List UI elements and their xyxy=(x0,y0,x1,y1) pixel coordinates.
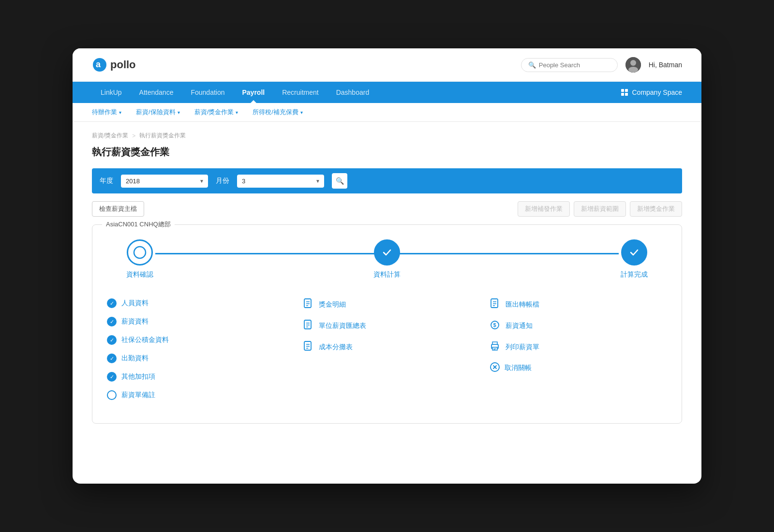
item-personnel[interactable]: ✓ 人員資料 xyxy=(107,298,284,308)
avatar xyxy=(625,57,641,73)
nav-item-payroll[interactable]: Payroll xyxy=(234,82,274,103)
main-nav: LinkUp Attendance Foundation Payroll Rec… xyxy=(73,82,701,103)
item-cost-allocation[interactable]: 成本分攤表 xyxy=(303,341,471,354)
payroll-card: AsiaCN001 CNHQ總部 資料確認 xyxy=(92,224,682,424)
svg-point-4 xyxy=(628,67,638,73)
svg-text:a: a xyxy=(96,59,101,69)
sub-nav-tax[interactable]: 所得稅/補充保費 ▾ xyxy=(253,108,303,117)
breadcrumb-separator: > xyxy=(132,133,135,139)
chevron-down-icon: ▾ xyxy=(119,110,121,115)
item-cost-allocation-label: 成本分攤表 xyxy=(319,343,353,352)
check-filled-icon: ✓ xyxy=(107,298,117,308)
breadcrumb-parent[interactable]: 薪資/獎金作業 xyxy=(92,132,128,140)
check-filled-icon: ✓ xyxy=(107,354,117,363)
item-other-items-label: 其他加扣項 xyxy=(121,372,155,381)
nav-item-recruitment[interactable]: Recruitment xyxy=(273,82,327,103)
sub-nav-pending[interactable]: 待辦作業 ▾ xyxy=(92,108,121,117)
col-data-calc: 獎金明細 單位薪資匯總表 xyxy=(294,298,480,409)
nav-items: LinkUp Attendance Foundation Payroll Rec… xyxy=(92,82,378,103)
search-box[interactable]: 🔍 xyxy=(521,58,618,72)
user-greeting: Hi, Batman xyxy=(649,61,682,69)
check-filled-icon: ✓ xyxy=(107,317,117,326)
sub-nav-salary-insurance[interactable]: 薪資/保險資料 ▾ xyxy=(136,108,180,117)
col-data-confirm: ✓ 人員資料 ✓ 薪資資料 ✓ 社保公積金資料 ✓ 出勤資料 xyxy=(107,298,294,409)
company-space-button[interactable]: Company Space xyxy=(621,84,682,101)
content-area: 薪資/獎金作業 > 執行薪資獎金作業 執行薪資獎金作業 年度 2018 2017… xyxy=(73,122,701,433)
doc-icon xyxy=(303,298,314,311)
item-unit-salary-summary[interactable]: 單位薪資匯總表 xyxy=(303,320,471,332)
month-select-wrapper[interactable]: 3 1 2 xyxy=(237,175,324,188)
content-grid: ✓ 人員資料 ✓ 薪資資料 ✓ 社保公積金資料 ✓ 出勤資料 xyxy=(107,298,667,409)
item-salary-notice[interactable]: $ 薪資通知 xyxy=(490,320,667,332)
svg-point-6 xyxy=(380,246,394,259)
month-select[interactable]: 3 1 2 xyxy=(237,175,324,188)
item-bonus-detail-label: 獎金明細 xyxy=(319,300,346,309)
header-right: 🔍 Hi, Batman xyxy=(521,57,682,73)
sub-nav: 待辦作業 ▾ 薪資/保險資料 ▾ 薪資/獎金作業 ▾ 所得稅/補充保費 ▾ xyxy=(73,103,701,122)
logo-text: pollo xyxy=(110,59,136,71)
chevron-down-icon: ▾ xyxy=(178,110,180,115)
app-window: a pollo 🔍 Hi, Batman LinkUp Attendance xyxy=(73,48,701,484)
step-data-calc: 資料計算 xyxy=(373,239,401,279)
svg-rect-8 xyxy=(304,299,311,308)
item-attendance[interactable]: ✓ 出勤資料 xyxy=(107,354,284,363)
doc-icon xyxy=(490,298,501,311)
nav-item-dashboard[interactable]: Dashboard xyxy=(327,82,378,103)
card-title: AsiaCN001 CNHQ總部 xyxy=(102,220,175,229)
step-data-confirm: 資料確認 xyxy=(126,239,153,279)
svg-rect-20 xyxy=(491,299,498,308)
filter-search-button[interactable]: 🔍 xyxy=(332,173,347,189)
item-unit-salary-summary-label: 單位薪資匯總表 xyxy=(319,322,366,330)
add-bonus-button: 新增獎金作業 xyxy=(630,201,682,217)
svg-point-7 xyxy=(627,246,641,259)
year-select-wrapper[interactable]: 2018 2017 2019 xyxy=(121,175,208,188)
item-print-payslip-label: 列印薪資單 xyxy=(506,343,539,352)
add-payroll-view-button: 新增薪資範圍 xyxy=(574,201,626,217)
search-input[interactable] xyxy=(539,61,610,69)
step-circle-1 xyxy=(127,239,153,266)
logo[interactable]: a pollo xyxy=(92,57,136,73)
add-payslip-button: 新增補發作業 xyxy=(518,201,570,217)
item-salary-label: 薪資資料 xyxy=(121,317,149,326)
filter-bar: 年度 2018 2017 2019 月份 3 1 2 🔍 xyxy=(92,168,682,193)
step-calc-done: 計算完成 xyxy=(621,239,648,279)
check-payroll-button[interactable]: 檢查薪資主檔 xyxy=(92,201,144,217)
breadcrumb-current: 執行薪資獎金作業 xyxy=(139,132,186,140)
svg-point-5 xyxy=(134,247,146,258)
item-attendance-label: 出勤資料 xyxy=(121,354,149,363)
x-circle-icon xyxy=(490,362,500,374)
breadcrumb: 薪資/獎金作業 > 執行薪資獎金作業 xyxy=(92,132,682,140)
search-icon: 🔍 xyxy=(528,61,536,69)
grid-icon xyxy=(621,89,628,96)
svg-point-3 xyxy=(630,60,636,66)
item-cancel-close[interactable]: 取消關帳 xyxy=(490,362,667,374)
step-label-2: 資料計算 xyxy=(373,270,401,279)
item-other-items[interactable]: ✓ 其他加扣項 xyxy=(107,372,284,382)
logo-icon: a xyxy=(92,57,107,73)
item-cancel-close-label: 取消關帳 xyxy=(505,364,532,372)
svg-rect-27 xyxy=(492,342,497,344)
item-personnel-label: 人員資料 xyxy=(121,299,149,308)
item-bonus-detail[interactable]: 獎金明細 xyxy=(303,298,471,311)
header: a pollo 🔍 Hi, Batman xyxy=(73,48,701,82)
btn-group-right: 新增補發作業 新增薪資範圍 新增獎金作業 xyxy=(518,201,682,217)
year-select[interactable]: 2018 2017 2019 xyxy=(121,175,208,188)
item-salary-notice-label: 薪資通知 xyxy=(506,322,533,330)
doc-icon xyxy=(303,320,314,332)
item-print-payslip[interactable]: 列印薪資單 xyxy=(490,341,667,354)
nav-item-linkup[interactable]: LinkUp xyxy=(92,82,131,103)
chevron-down-icon: ▾ xyxy=(236,110,238,115)
progress-steps: 資料確認 資料計算 xyxy=(107,239,667,279)
step-label-3: 計算完成 xyxy=(621,270,648,279)
step-circle-3 xyxy=(621,239,647,266)
nav-item-foundation[interactable]: Foundation xyxy=(182,82,233,103)
nav-item-attendance[interactable]: Attendance xyxy=(131,82,182,103)
item-payslip-notes[interactable]: 薪資單備註 xyxy=(107,390,284,400)
sub-nav-salary-bonus[interactable]: 薪資/獎金作業 ▾ xyxy=(194,108,238,117)
item-social-insurance-label: 社保公積金資料 xyxy=(121,336,169,344)
item-export-transfer[interactable]: 匯出轉帳檔 xyxy=(490,298,667,311)
item-social-insurance[interactable]: ✓ 社保公積金資料 xyxy=(107,335,284,345)
month-label: 月份 xyxy=(216,177,229,185)
check-filled-icon: ✓ xyxy=(107,335,117,345)
item-salary[interactable]: ✓ 薪資資料 xyxy=(107,317,284,326)
